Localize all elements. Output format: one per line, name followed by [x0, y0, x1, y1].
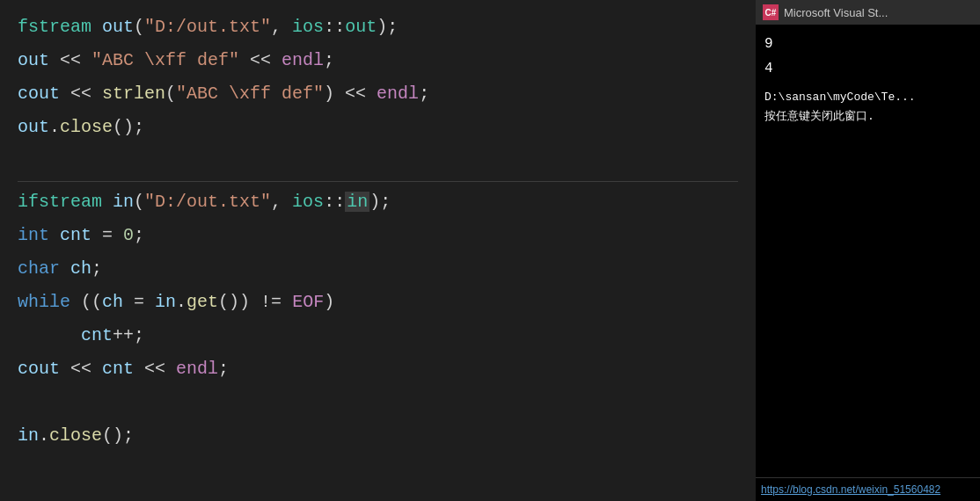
code-line — [18, 386, 738, 419]
token-var: cout — [18, 359, 60, 379]
token-fn: get — [186, 292, 218, 312]
token-plain: (); — [102, 425, 134, 446]
token-plain: ) << — [324, 84, 377, 104]
token-plain: << — [239, 50, 282, 70]
token-var: cout — [18, 84, 60, 104]
token-plain: = — [91, 225, 123, 245]
token-var: out — [102, 17, 134, 37]
token-plain: ++; — [113, 325, 144, 345]
token-plain: ; — [134, 225, 144, 245]
token-ns: in — [345, 192, 369, 212]
token-plain: ; — [91, 258, 102, 279]
code-line: cnt++; — [18, 319, 738, 352]
code-line: while ((ch = in.get()) != EOF) — [18, 286, 738, 319]
token-plain — [49, 225, 60, 245]
token-plain: ; — [218, 359, 229, 379]
token-fn: close — [49, 425, 102, 446]
console-path: D:\sansan\myCode\Te... — [764, 88, 971, 107]
token-plain: :: — [324, 192, 345, 212]
token-plain: ); — [377, 17, 398, 37]
token-kw: while — [18, 292, 70, 312]
code-line: fstream out("D:/out.txt", ios::out); — [18, 11, 738, 44]
token-ns: ios — [292, 192, 324, 212]
token-plain: << — [60, 84, 102, 104]
console-icon-label: C# — [765, 8, 777, 18]
token-macro: EOF — [292, 292, 324, 312]
code-line: int cnt = 0; — [18, 219, 738, 252]
code-line: out << "ABC \xff def" << endl; — [18, 44, 738, 77]
token-plain: ( — [134, 17, 144, 37]
code-editor: fstream out("D:/out.txt", ios::out);out … — [0, 0, 756, 501]
token-fn: close — [60, 117, 113, 137]
console-footer: https://blog.csdn.net/weixin_51560482 — [756, 477, 980, 501]
token-plain: = — [123, 292, 155, 312]
code-line: out.close(); — [18, 111, 738, 144]
token-plain — [102, 192, 113, 212]
code-line: cout << strlen("ABC \xff def") << endl; — [18, 77, 738, 111]
console-output-2: 4 — [764, 56, 971, 81]
token-var: in — [155, 292, 176, 312]
token-var: cnt — [60, 225, 91, 245]
token-var: cnt — [102, 359, 134, 379]
token-str: "ABC \xff def" — [176, 84, 324, 104]
token-plain: ) — [324, 292, 334, 312]
token-kw: char — [18, 258, 60, 279]
code-line: char ch; — [18, 252, 738, 286]
token-macro: endl — [282, 50, 324, 70]
console-header: C# Microsoft Visual St... — [756, 0, 980, 25]
console-panel: C# Microsoft Visual St... 9 4 D:\sansan\… — [756, 0, 980, 501]
code-line: ifstream in("D:/out.txt", ios::in); — [18, 185, 738, 219]
token-str: "D:/out.txt" — [144, 17, 271, 37]
token-plain: ( — [134, 192, 144, 212]
token-var: in — [18, 425, 39, 446]
token-var: out — [18, 117, 49, 137]
token-plain: . — [49, 117, 60, 137]
token-plain — [18, 325, 81, 345]
console-body: 9 4 D:\sansan\myCode\Te... 按任意键关闭此窗口. — [756, 25, 980, 477]
token-ns: ios — [292, 17, 324, 37]
token-plain — [91, 17, 102, 37]
code-line — [18, 144, 738, 178]
token-str: "ABC \xff def" — [91, 50, 239, 70]
token-cyan-kw: ifstream — [18, 192, 102, 212]
token-fn: strlen — [102, 84, 165, 104]
token-plain: , — [271, 17, 292, 37]
code-line: in.close(); — [18, 419, 738, 453]
token-plain: << — [134, 359, 176, 379]
token-plain: << — [49, 50, 91, 70]
token-str: "D:/out.txt" — [144, 192, 271, 212]
token-cyan-kw: fstream — [18, 17, 91, 37]
token-macro: endl — [377, 84, 419, 104]
token-plain: ; — [324, 50, 334, 70]
token-var: cnt — [81, 325, 113, 345]
token-plain: ; — [419, 84, 429, 104]
console-title: Microsoft Visual St... — [784, 6, 888, 19]
token-plain: . — [176, 292, 186, 312]
token-plain: , — [271, 192, 292, 212]
code-line: cout << cnt << endl; — [18, 352, 738, 386]
token-kw: int — [18, 225, 49, 245]
token-plain: . — [39, 425, 49, 446]
token-macro: endl — [176, 359, 218, 379]
token-plain: << — [60, 359, 102, 379]
token-plain: ()) != — [218, 292, 292, 312]
console-prompt: 按任意键关闭此窗口. — [764, 107, 971, 127]
token-plain: ); — [369, 192, 391, 212]
token-plain: ( — [165, 84, 176, 104]
console-link[interactable]: https://blog.csdn.net/weixin_51560482 — [761, 483, 940, 496]
console-output-1: 9 — [764, 32, 971, 56]
token-plain: :: — [324, 17, 345, 37]
token-var: in — [113, 192, 134, 212]
token-plain: (( — [70, 292, 102, 312]
token-num: 0 — [123, 225, 134, 245]
token-var: ch — [102, 292, 123, 312]
token-var: out — [18, 50, 49, 70]
token-plain: (); — [113, 117, 144, 137]
console-app-icon: C# — [763, 4, 779, 20]
token-ns: out — [345, 17, 377, 37]
token-plain — [60, 258, 70, 279]
token-var: ch — [70, 258, 91, 279]
